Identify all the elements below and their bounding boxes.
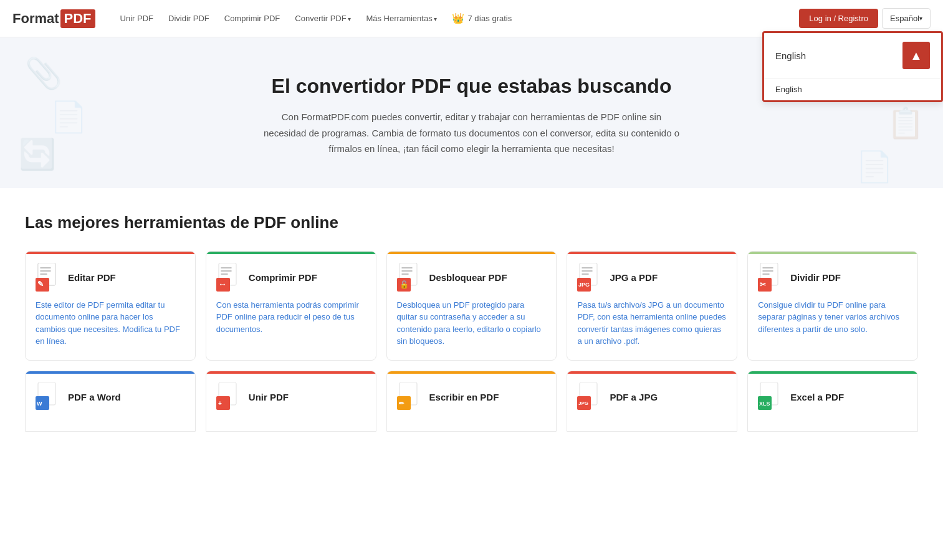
tool-header-unir: + Unir PDF bbox=[216, 382, 366, 412]
tool-header-editar: ✎ Editar PDF bbox=[36, 263, 185, 293]
language-option-english[interactable]: English bbox=[764, 78, 941, 100]
jpg-pdf-desc: Pasa tu/s archivo/s JPG a un documento P… bbox=[577, 299, 727, 348]
escribir-pdf-title: Escribir en PDF bbox=[429, 392, 499, 402]
tool-border-word bbox=[26, 371, 195, 374]
editar-pdf-desc: Este editor de PDF permita editar tu doc… bbox=[36, 299, 185, 348]
language-dropdown: English English bbox=[762, 31, 943, 102]
excel-pdf-icon: XLS bbox=[758, 382, 783, 412]
hero-bg-doc4: 📄 bbox=[856, 149, 893, 184]
tool-header-jpg: JPG JPG a PDF bbox=[577, 263, 727, 293]
tool-excel-pdf[interactable]: XLS Excel a PDF bbox=[747, 371, 918, 432]
tool-editar-pdf[interactable]: ✎ Editar PDF Este editor de PDF permita … bbox=[25, 251, 196, 361]
tool-header-pdf-jpg: JPG PDF a JPG bbox=[577, 382, 727, 412]
tool-header-word: W PDF a Word bbox=[36, 382, 185, 412]
nav-convertir-pdf[interactable]: Convertir PDF bbox=[289, 10, 357, 27]
premium-label: 7 días gratis bbox=[467, 14, 512, 23]
tool-header-excel: XLS Excel a PDF bbox=[758, 382, 907, 412]
editar-pdf-icon: ✎ bbox=[36, 263, 60, 293]
tool-border-unir bbox=[206, 371, 376, 374]
tool-pdf-word[interactable]: W PDF a Word bbox=[25, 371, 196, 432]
comprimir-pdf-icon: ↔ bbox=[216, 263, 241, 293]
dividir-pdf-desc: Consigue dividir tu PDF online para sepa… bbox=[758, 299, 907, 336]
tool-border-escribir bbox=[387, 371, 557, 374]
svg-text:↔: ↔ bbox=[218, 279, 227, 289]
tools-section: Las mejores herramientas de PDF online ✎… bbox=[0, 188, 943, 444]
desbloquear-pdf-title: Desbloquear PDF bbox=[429, 272, 507, 283]
logo-pdf: PDF bbox=[60, 9, 95, 28]
tool-border-comprimir bbox=[206, 252, 376, 254]
svg-text:✎: ✎ bbox=[37, 280, 44, 288]
excel-pdf-title: Excel a PDF bbox=[790, 392, 844, 402]
svg-text:JPG: JPG bbox=[578, 282, 590, 288]
tools-grid-top: ✎ Editar PDF Este editor de PDF permita … bbox=[25, 251, 918, 361]
dividir-pdf-title: Dividir PDF bbox=[790, 272, 841, 283]
pdf-jpg-icon: JPG bbox=[577, 382, 602, 412]
svg-text:+: + bbox=[218, 400, 222, 407]
tool-border-desbloquear bbox=[387, 252, 557, 254]
language-dropdown-header: English bbox=[764, 33, 941, 78]
tool-border-editar bbox=[26, 252, 195, 254]
pdf-jpg-title: PDF a JPG bbox=[610, 392, 658, 402]
tool-header-comprimir: ↔ Comprimir PDF bbox=[216, 263, 366, 293]
tools-section-title: Las mejores herramientas de PDF online bbox=[25, 213, 918, 232]
desbloquear-pdf-icon: 🔓 bbox=[397, 263, 422, 293]
nav-premium[interactable]: 👑 7 días gratis bbox=[446, 9, 518, 28]
pdf-word-icon: W bbox=[36, 382, 60, 412]
tool-border-pdf-jpg bbox=[567, 371, 737, 374]
tool-header-escribir: ✏ Escribir en PDF bbox=[397, 382, 547, 412]
nav-unir-pdf[interactable]: Unir PDF bbox=[114, 10, 160, 27]
svg-text:XLS: XLS bbox=[759, 401, 770, 407]
tools-grid-bottom: W PDF a Word + Unir PDF bbox=[25, 371, 918, 432]
svg-text:JPG: JPG bbox=[578, 401, 588, 406]
hero-bg-paperclip: 📎 bbox=[25, 56, 62, 91]
tool-desbloquear-pdf[interactable]: 🔓 Desbloquear PDF Desbloquea un PDF prot… bbox=[386, 251, 557, 361]
unir-pdf-title: Unir PDF bbox=[249, 392, 289, 402]
tool-border-dividir bbox=[748, 252, 917, 254]
jpg-pdf-title: JPG a PDF bbox=[610, 272, 658, 283]
logo-text: Format bbox=[12, 11, 59, 27]
hero-bg-doc1: 📄 bbox=[50, 100, 87, 135]
logo[interactable]: FormatPDF bbox=[12, 9, 95, 28]
comprimir-pdf-title: Comprimir PDF bbox=[249, 272, 317, 283]
comprimir-pdf-desc: Con esta herramienta podrás comprimir PD… bbox=[216, 299, 366, 336]
crown-icon: 👑 bbox=[452, 12, 464, 24]
escribir-pdf-icon: ✏ bbox=[397, 382, 422, 412]
tool-escribir-pdf[interactable]: ✏ Escribir en PDF bbox=[386, 371, 557, 432]
tool-border-excel bbox=[748, 371, 917, 374]
tool-jpg-pdf[interactable]: JPG JPG a PDF Pasa tu/s archivo/s JPG a … bbox=[567, 251, 737, 361]
svg-text:✂: ✂ bbox=[760, 280, 767, 289]
tool-header-dividir: ✂ Dividir PDF bbox=[758, 263, 907, 293]
jpg-pdf-icon: JPG bbox=[577, 263, 602, 293]
login-button[interactable]: Log in / Registro bbox=[799, 9, 878, 28]
language-selector[interactable]: Español bbox=[882, 8, 931, 29]
language-close-arrow[interactable] bbox=[902, 42, 930, 69]
hero-bg-refresh: 🔄 bbox=[19, 137, 56, 172]
language-dropdown-box: English English bbox=[762, 31, 943, 102]
unir-pdf-icon: + bbox=[216, 382, 241, 412]
nav-dividir-pdf[interactable]: Dividir PDF bbox=[162, 10, 216, 27]
tool-unir-pdf[interactable]: + Unir PDF bbox=[206, 371, 376, 432]
nav-links: Unir PDF Dividir PDF Comprimir PDF Conve… bbox=[114, 9, 797, 28]
svg-text:✏: ✏ bbox=[399, 400, 404, 407]
hero-description: Con FormatPDF.com puedes convertir, edit… bbox=[260, 109, 684, 157]
language-english-label: English bbox=[775, 50, 806, 61]
svg-text:W: W bbox=[37, 401, 42, 407]
tool-comprimir-pdf[interactable]: ↔ Comprimir PDF Con esta herramienta pod… bbox=[206, 251, 376, 361]
pdf-word-title: PDF a Word bbox=[68, 392, 121, 402]
nav-mas-herramientas[interactable]: Más Herramientas bbox=[360, 10, 443, 27]
tool-header-desbloquear: 🔓 Desbloquear PDF bbox=[397, 263, 547, 293]
tool-dividir-pdf[interactable]: ✂ Dividir PDF Consigue dividir tu PDF on… bbox=[747, 251, 918, 361]
tool-pdf-jpg[interactable]: JPG PDF a JPG bbox=[567, 371, 737, 432]
navbar: FormatPDF Unir PDF Dividir PDF Comprimir… bbox=[0, 0, 943, 37]
editar-pdf-title: Editar PDF bbox=[68, 272, 116, 283]
hero-bg-doc3: 📋 bbox=[887, 106, 924, 141]
dividir-pdf-icon: ✂ bbox=[758, 263, 783, 293]
tool-border-jpg bbox=[567, 252, 737, 254]
nav-comprimir-pdf[interactable]: Comprimir PDF bbox=[218, 10, 287, 27]
desbloquear-pdf-desc: Desbloquea un PDF protegido para quitar … bbox=[397, 299, 547, 348]
svg-text:🔓: 🔓 bbox=[400, 280, 409, 289]
